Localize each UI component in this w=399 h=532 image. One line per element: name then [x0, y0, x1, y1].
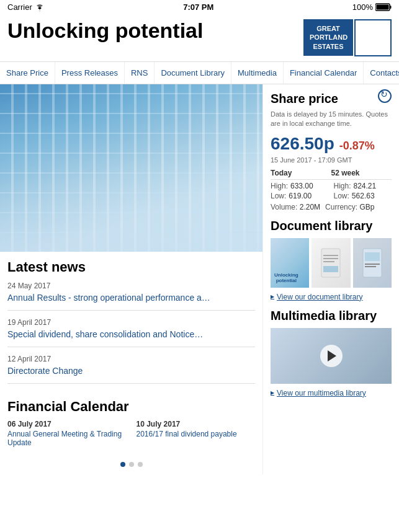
currency-value: GBp	[359, 203, 374, 211]
hero-image	[0, 84, 262, 252]
svg-rect-4	[323, 255, 338, 256]
price-row: 626.50p -0.87%	[271, 134, 392, 154]
doc-thumb-text: Unlockingpotential	[274, 272, 298, 284]
nav-item-rns[interactable]: RNS	[125, 62, 155, 84]
doc-thumb-3[interactable]	[353, 238, 392, 288]
financial-calendar-title: Financial Calendar	[7, 399, 255, 415]
battery-text: 100%	[352, 2, 373, 12]
cal-desc-1[interactable]: 2016/17 final dividend payable	[137, 430, 256, 438]
play-button[interactable]	[320, 345, 343, 367]
share-price-section: Share price Data is delayed by 15 minute…	[271, 92, 392, 211]
cal-date-0: 06 July 2017	[7, 420, 127, 428]
nav-item-contacts[interactable]: Contacts	[364, 62, 399, 84]
page-dot-2[interactable]	[138, 462, 143, 467]
today-low-value: 619.00	[289, 192, 312, 200]
price-bottom-row: Volume: 2.20M Currency: GBp	[271, 203, 392, 211]
svg-rect-7	[323, 266, 338, 272]
svg-rect-6	[323, 261, 334, 262]
currency-cell: Currency: GBp	[325, 203, 374, 211]
nav-item-document-library[interactable]: Document Library	[155, 62, 231, 84]
status-bar: Carrier 7:07 PM 100%	[0, 0, 399, 14]
battery-indicator: 100%	[352, 2, 392, 12]
svg-rect-5	[323, 258, 338, 259]
carrier-text: Carrier	[7, 2, 32, 12]
nav-item-press-releases[interactable]: Press Releases	[55, 62, 125, 84]
logo-container: GREAT PORTLAND ESTATES	[303, 19, 392, 56]
news-date-1: 19 April 2017	[7, 318, 255, 327]
calendar-item-1: 10 July 2017 2016/17 final dividend paya…	[137, 420, 256, 447]
week-high-cell: High: 824.21	[334, 182, 392, 190]
news-item-1[interactable]: 19 April 2017 Special dividend, share co…	[7, 318, 255, 347]
battery-icon	[375, 3, 392, 11]
video-thumbnail[interactable]	[271, 328, 392, 384]
svg-rect-3	[321, 249, 340, 277]
doc-images: Unlockingpotential	[271, 238, 392, 288]
svg-rect-1	[390, 6, 392, 9]
nav-item-share-price[interactable]: Share Price	[0, 62, 55, 84]
price-change: -0.87%	[339, 140, 375, 153]
price-date: 15 June 2017 - 17:09 GMT	[271, 156, 392, 164]
svg-rect-9	[365, 252, 380, 261]
header: Unlocking potential GREAT PORTLAND ESTAT…	[0, 14, 399, 61]
share-price-note: Data is delayed by 15 minutes. Quotes ar…	[271, 110, 392, 129]
news-link-2[interactable]: Directorate Change	[7, 366, 83, 376]
refresh-icon[interactable]	[378, 89, 392, 103]
share-price-title: Share price	[271, 92, 338, 106]
page-title: Unlocking potential	[7, 19, 303, 42]
week-high-value: 824.21	[354, 182, 377, 190]
news-date-0: 24 May 2017	[7, 282, 255, 290]
wifi-icon	[35, 4, 45, 11]
svg-rect-10	[365, 264, 380, 265]
news-link-1[interactable]: Special dividend, share consolidation an…	[7, 329, 203, 339]
news-item-2[interactable]: 12 April 2017 Directorate Change	[7, 355, 255, 384]
navigation-bar[interactable]: Share Price Press Releases RNS Document …	[0, 61, 399, 84]
price-value: 626.50p	[271, 134, 334, 154]
doc-icon	[318, 247, 343, 278]
document-library-section: Document library Unlockingpotential	[271, 219, 392, 301]
doc-thumb-1[interactable]: Unlockingpotential	[271, 238, 309, 288]
price-grid: High: 633.00 High: 824.21 Low: 619.00 Lo…	[271, 182, 392, 200]
svg-rect-2	[377, 5, 389, 10]
volume-cell: Volume: 2.20M	[271, 203, 320, 211]
view-doc-library-link[interactable]: View our document library	[271, 293, 392, 301]
page-dot-1[interactable]	[129, 462, 134, 467]
volume-value: 2.20M	[300, 203, 320, 211]
week-low-cell: Low: 562.63	[334, 192, 392, 200]
page-indicator	[0, 454, 262, 474]
main-content: Latest news 24 May 2017 Annual Results -…	[0, 84, 399, 474]
price-grid-header: Today 52 week	[271, 169, 392, 180]
time-display: 7:07 PM	[183, 2, 213, 12]
page-dot-0[interactable]	[120, 462, 125, 467]
gpe-logo: GREAT PORTLAND ESTATES	[303, 19, 353, 56]
carrier-label: Carrier	[7, 2, 45, 12]
nav-item-financial-calendar[interactable]: Financial Calendar	[284, 62, 364, 84]
latest-news-title: Latest news	[7, 259, 255, 275]
doc-library-title: Document library	[271, 219, 392, 233]
today-low-label: Low:	[271, 192, 286, 200]
news-link-0[interactable]: Annual Results - strong operational perf…	[7, 293, 210, 303]
week-high-label: High:	[334, 182, 351, 190]
doc-thumb-2[interactable]	[312, 238, 350, 288]
right-column: Share price Data is delayed by 15 minute…	[262, 84, 399, 474]
calendar-item-0: 06 July 2017 Annual General Meeting & Tr…	[7, 420, 127, 447]
cal-date-1: 10 July 2017	[137, 420, 256, 428]
building-image	[0, 84, 262, 252]
today-high-cell: High: 633.00	[271, 182, 329, 190]
view-multimedia-link[interactable]: View our multimedia library	[271, 389, 392, 397]
svg-rect-11	[365, 266, 376, 267]
news-date-2: 12 April 2017	[7, 355, 255, 363]
cal-desc-0[interactable]: Annual General Meeting & Trading Update	[7, 430, 127, 447]
logo-line3: ESTATES	[310, 42, 347, 51]
news-item-0[interactable]: 24 May 2017 Annual Results - strong oper…	[7, 282, 255, 311]
financial-calendar-section: Financial Calendar 06 July 2017 Annual G…	[0, 399, 262, 454]
logo-square	[354, 19, 392, 56]
nav-item-multimedia[interactable]: Multimedia	[231, 62, 284, 84]
multimedia-title: Multimedia library	[271, 309, 392, 323]
calendar-row: 06 July 2017 Annual General Meeting & Tr…	[7, 420, 255, 447]
today-high-label: High:	[271, 182, 288, 190]
week-low-label: Low:	[334, 192, 349, 200]
today-label: Today	[271, 169, 331, 177]
week-label: 52 week	[331, 169, 392, 177]
multimedia-library-section: Multimedia library View our multimedia l…	[271, 309, 392, 397]
volume-label: Volume:	[271, 203, 297, 211]
